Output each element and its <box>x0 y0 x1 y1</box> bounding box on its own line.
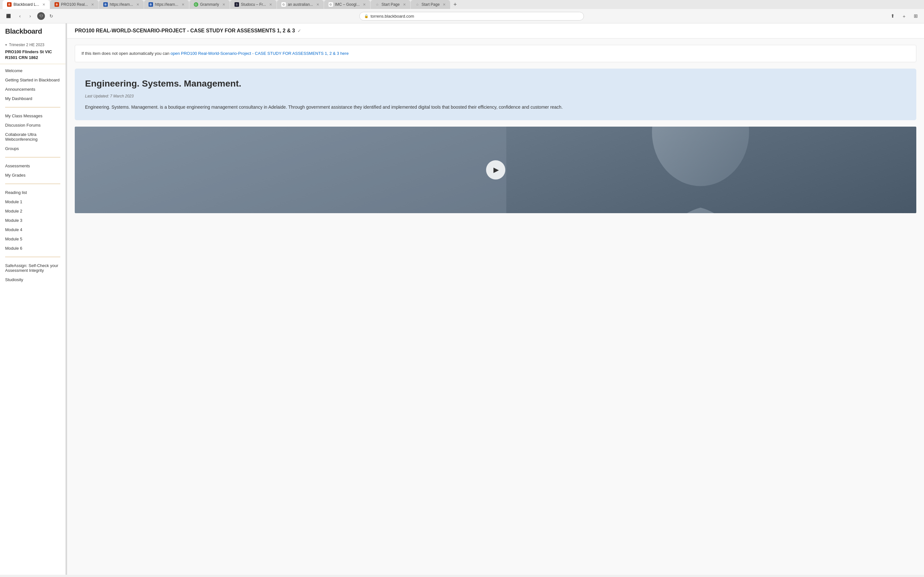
sidebar-nav-section: Welcome Getting Started in Blackboard An… <box>0 64 65 105</box>
sidebar-item-discussion-forums[interactable]: Discussion Forums <box>0 121 65 130</box>
browser-toolbar: ⬛ ‹ › 🛡 ↻ 🔒 torrens.blackboard.com ⬆ + ⊞ <box>0 9 924 23</box>
sidebar-header: ▾ Trimester 2 HE 2023 PRO100 Flinders St… <box>0 38 65 64</box>
browser-chrome: B Blackboard L... ✕ B PRO100 Real... ✕ B… <box>0 0 924 23</box>
add-tab-button[interactable]: + <box>900 11 909 21</box>
sidebar-item-my-dashboard[interactable]: My Dashboard <box>0 94 65 103</box>
page-title: PRO100 REAL-WORLD-SCENARIO-PROJECT - CAS… <box>75 28 295 34</box>
svg-rect-2 <box>75 127 506 213</box>
tab-close-10[interactable]: ✕ <box>443 3 446 7</box>
tab-learn-3[interactable]: B https://learn... ✕ <box>99 0 144 9</box>
sidebar-resources-section: Reading list Module 1 Module 2 Module 3 … <box>0 186 65 255</box>
nav-buttons: ‹ › <box>15 11 35 21</box>
sidebar-item-module-2[interactable]: Module 2 <box>0 206 65 216</box>
tab-favicon-1: B <box>7 2 11 7</box>
tab-label-3: https://learn... <box>110 2 133 7</box>
play-icon: ▶ <box>493 166 499 174</box>
tab-label-5: Grammarly <box>200 2 219 7</box>
info-card-title: Engineering. Systems. Management. <box>85 78 906 89</box>
sidebar-item-getting-started[interactable]: Getting Started in Blackboard <box>0 75 65 85</box>
tab-australian[interactable]: G an australian... ✕ <box>277 0 324 9</box>
tab-imc[interactable]: G IMC – Googl... ✕ <box>324 0 370 9</box>
sidebar-item-safeassign[interactable]: SafeAssign: Self-Check your Assessment I… <box>0 261 65 275</box>
tab-favicon-3: B <box>103 2 108 7</box>
tab-label-1: Blackboard L... <box>13 2 39 7</box>
tab-favicon-2: B <box>55 2 59 7</box>
sidebar-item-studiosity[interactable]: Studiosity <box>0 275 65 284</box>
sidebar-item-announcements[interactable]: Announcements <box>0 85 65 94</box>
address-bar[interactable]: 🔒 torrens.blackboard.com <box>359 12 584 21</box>
sidebar-item-module-1[interactable]: Module 1 <box>0 197 65 206</box>
tab-close-7[interactable]: ✕ <box>317 3 319 7</box>
sidebar-divider-3 <box>5 184 60 184</box>
tab-pro100-real[interactable]: B PRO100 Real... ✕ <box>50 0 99 9</box>
content-body: If this item does not open automatically… <box>67 39 924 219</box>
tab-favicon-7: G <box>281 2 286 7</box>
share-button[interactable]: ⬆ <box>888 11 897 21</box>
browser-tabs: B Blackboard L... ✕ B PRO100 Real... ✕ B… <box>0 0 924 9</box>
sidebar-logo: Blackboard <box>0 23 65 38</box>
sidebar-item-module-3[interactable]: Module 3 <box>0 216 65 225</box>
sidebar-item-reading-list[interactable]: Reading list <box>0 188 65 197</box>
tab-close-6[interactable]: ✕ <box>269 3 272 7</box>
shield-icon: 🛡 <box>37 12 45 20</box>
new-tab-button[interactable]: + <box>451 0 459 9</box>
forward-button[interactable]: › <box>26 11 35 21</box>
tab-close-2[interactable]: ✕ <box>91 3 94 7</box>
collapse-icon[interactable]: ▾ <box>5 43 7 47</box>
tab-label-6: Studocu – Fr... <box>241 2 266 7</box>
tab-close-1[interactable]: ✕ <box>42 3 45 7</box>
lock-icon: 🔒 <box>364 14 368 18</box>
tab-label-10: Start Page <box>422 2 440 7</box>
sidebar-bottom-section: SafeAssign: Self-Check your Assessment I… <box>0 259 65 286</box>
info-card: Engineering. Systems. Management. Last U… <box>75 69 916 121</box>
info-card-date: Last Updated: 7 March 2023 <box>85 94 906 98</box>
tab-learn-4[interactable]: B https://learn... ✕ <box>144 0 189 9</box>
tab-close-8[interactable]: ✕ <box>363 3 366 7</box>
tab-label-9: Start Page <box>381 2 400 7</box>
main-layout: Blackboard ▾ Trimester 2 HE 2023 PRO100 … <box>0 23 924 575</box>
sidebar-item-collaborate-ultra[interactable]: Collaborate Ultra Webconferencing <box>0 130 65 144</box>
sidebar-item-my-grades[interactable]: My Grades <box>0 171 65 180</box>
notice-text: If this item does not open automatically… <box>81 51 170 56</box>
tab-favicon-10: ☆ <box>415 2 420 7</box>
semester-label: Trimester 2 HE 2023 <box>9 43 44 47</box>
tab-start-page-1[interactable]: ☆ Start Page ✕ <box>371 0 410 9</box>
tab-label-2: PRO100 Real... <box>61 2 88 7</box>
tab-favicon-6: S <box>234 2 239 7</box>
sidebar-item-module-6[interactable]: Module 6 <box>0 243 65 253</box>
tab-close-5[interactable]: ✕ <box>222 3 225 7</box>
sidebar-item-assessments[interactable]: Assessments <box>0 161 65 171</box>
notice-box: If this item does not open automatically… <box>75 45 916 62</box>
sidebar-item-my-class-messages[interactable]: My Class Messages <box>0 111 65 121</box>
tab-favicon-8: G <box>328 2 333 7</box>
tab-close-9[interactable]: ✕ <box>403 3 406 7</box>
video-container: ▶ <box>75 127 916 213</box>
sidebar-divider-4 <box>5 257 60 257</box>
tab-studocu[interactable]: S Studocu – Fr... ✕ <box>230 0 276 9</box>
video-play-button[interactable]: ▶ <box>486 160 505 179</box>
sidebar-assessment-section: Assessments My Grades <box>0 159 65 182</box>
sidebar-item-groups[interactable]: Groups <box>0 144 65 153</box>
content-area: PRO100 REAL-WORLD-SCENARIO-PROJECT - CAS… <box>67 23 924 575</box>
verified-icon: ✓ <box>297 28 301 33</box>
tab-close-4[interactable]: ✕ <box>182 3 184 7</box>
tab-favicon-9: ☆ <box>375 2 380 7</box>
tab-favicon-4: B <box>149 2 153 7</box>
course-title: PRO100 Flinders St VIC R1501 CRN 1862 <box>5 49 60 61</box>
tab-close-3[interactable]: ✕ <box>136 3 139 7</box>
back-button[interactable]: ‹ <box>15 11 24 21</box>
blackboard-logo: Blackboard <box>5 27 60 35</box>
tab-favicon-5: G <box>194 2 198 7</box>
reload-button[interactable]: ↻ <box>47 12 55 20</box>
address-text: torrens.blackboard.com <box>371 14 579 19</box>
tab-blackboard-l[interactable]: B Blackboard L... ✕ <box>3 0 50 9</box>
sidebar-toggle-button[interactable]: ⬛ <box>4 11 13 21</box>
tab-start-page-2[interactable]: ☆ Start Page ✕ <box>411 0 451 9</box>
toolbar-actions: ⬆ + ⊞ <box>888 11 920 21</box>
sidebar-item-module-4[interactable]: Module 4 <box>0 225 65 234</box>
sidebar-item-module-5[interactable]: Module 5 <box>0 234 65 243</box>
notice-link[interactable]: open PRO100 Real-World-Scenario-Project … <box>171 51 349 56</box>
sidebar-item-welcome[interactable]: Welcome <box>0 66 65 75</box>
grid-view-button[interactable]: ⊞ <box>911 11 920 21</box>
tab-grammarly[interactable]: G Grammarly ✕ <box>189 0 230 9</box>
